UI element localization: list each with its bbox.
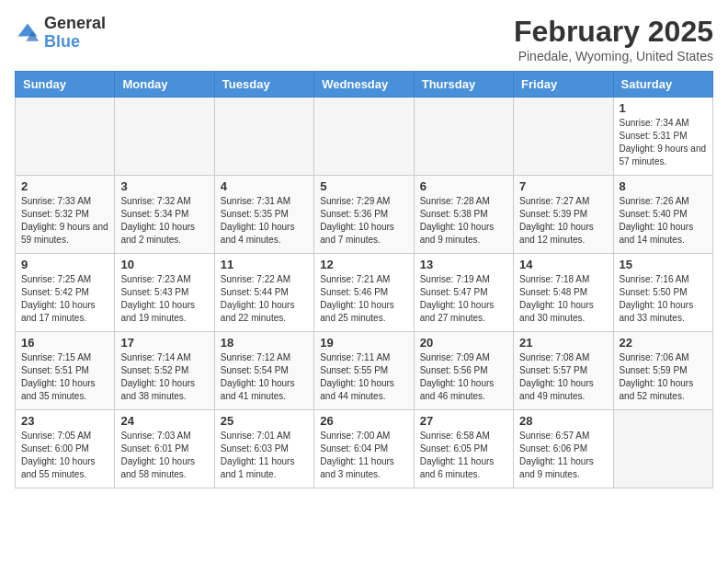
day-number: 24 [120,414,208,428]
day-info: Sunrise: 6:57 AM Sunset: 6:06 PM Dayligh… [519,430,607,481]
week-row-1: 1Sunrise: 7:34 AM Sunset: 5:31 PM Daylig… [16,98,713,176]
day-header-wednesday: Wednesday [314,72,414,98]
calendar-cell: 3Sunrise: 7:32 AM Sunset: 5:34 PM Daylig… [115,176,214,254]
day-number: 8 [620,179,707,193]
calendar-cell: 12Sunrise: 7:21 AM Sunset: 5:46 PM Dayli… [314,254,414,332]
day-info: Sunrise: 7:15 AM Sunset: 5:51 PM Dayligh… [21,351,108,403]
day-info: Sunrise: 7:21 AM Sunset: 5:46 PM Dayligh… [320,273,407,325]
week-row-5: 23Sunrise: 7:05 AM Sunset: 6:00 PM Dayli… [16,410,713,488]
calendar-cell: 22Sunrise: 7:06 AM Sunset: 5:59 PM Dayli… [613,332,712,410]
day-info: Sunrise: 7:03 AM Sunset: 6:01 PM Dayligh… [120,430,208,481]
day-info: Sunrise: 7:16 AM Sunset: 5:50 PM Dayligh… [620,273,707,325]
day-info: Sunrise: 7:25 AM Sunset: 5:42 PM Dayligh… [21,273,108,325]
day-info: Sunrise: 6:58 AM Sunset: 6:05 PM Dayligh… [420,430,507,481]
week-row-4: 16Sunrise: 7:15 AM Sunset: 5:51 PM Dayli… [16,332,713,410]
day-number: 22 [620,336,707,350]
day-header-thursday: Thursday [414,72,513,98]
calendar-cell: 26Sunrise: 7:00 AM Sunset: 6:04 PM Dayli… [314,410,414,488]
day-info: Sunrise: 7:27 AM Sunset: 5:39 PM Dayligh… [519,195,607,247]
day-info: Sunrise: 7:06 AM Sunset: 5:59 PM Dayligh… [620,351,707,403]
day-header-friday: Friday [514,72,613,98]
day-number: 6 [420,179,507,193]
calendar-cell: 27Sunrise: 6:58 AM Sunset: 6:05 PM Dayli… [414,410,513,488]
day-number: 27 [420,414,507,428]
day-info: Sunrise: 7:29 AM Sunset: 5:36 PM Dayligh… [320,195,407,247]
day-number: 2 [21,179,108,193]
calendar-cell: 4Sunrise: 7:31 AM Sunset: 5:35 PM Daylig… [214,176,313,254]
calendar-cell: 1Sunrise: 7:34 AM Sunset: 5:31 PM Daylig… [613,98,712,176]
day-number: 5 [320,179,407,193]
day-header-tuesday: Tuesday [214,72,313,98]
day-number: 16 [21,336,108,350]
day-number: 19 [320,336,407,350]
day-number: 18 [221,336,308,350]
day-number: 28 [519,414,607,428]
day-info: Sunrise: 7:19 AM Sunset: 5:47 PM Dayligh… [420,273,507,325]
day-number: 10 [120,258,208,271]
day-number: 23 [21,414,108,428]
day-info: Sunrise: 7:11 AM Sunset: 5:55 PM Dayligh… [320,351,407,403]
day-number: 20 [420,336,507,350]
calendar-cell: 11Sunrise: 7:22 AM Sunset: 5:44 PM Dayli… [214,254,313,332]
calendar-cell: 18Sunrise: 7:12 AM Sunset: 5:54 PM Dayli… [214,332,313,410]
day-info: Sunrise: 7:14 AM Sunset: 5:52 PM Dayligh… [120,351,208,403]
calendar-cell: 2Sunrise: 7:33 AM Sunset: 5:32 PM Daylig… [16,176,115,254]
calendar-cell: 15Sunrise: 7:16 AM Sunset: 5:50 PM Dayli… [613,254,712,332]
logo-icon [15,20,40,46]
logo-text: General Blue [44,15,106,52]
calendar-cell: 6Sunrise: 7:28 AM Sunset: 5:38 PM Daylig… [414,176,513,254]
calendar-cell: 16Sunrise: 7:15 AM Sunset: 5:51 PM Dayli… [16,332,115,410]
day-number: 21 [519,336,607,350]
day-info: Sunrise: 7:28 AM Sunset: 5:38 PM Dayligh… [420,195,507,247]
logo: General Blue [15,15,106,52]
day-info: Sunrise: 7:31 AM Sunset: 5:35 PM Dayligh… [221,195,308,247]
page-header: General Blue February 2025 Pinedale, Wyo… [15,15,713,63]
week-row-2: 2Sunrise: 7:33 AM Sunset: 5:32 PM Daylig… [16,176,713,254]
day-info: Sunrise: 7:18 AM Sunset: 5:48 PM Dayligh… [519,273,607,325]
day-number: 4 [221,179,308,193]
calendar-cell: 21Sunrise: 7:08 AM Sunset: 5:57 PM Dayli… [514,332,613,410]
day-header-saturday: Saturday [613,72,712,98]
location: Pinedale, Wyoming, United States [514,49,713,63]
calendar-cell: 23Sunrise: 7:05 AM Sunset: 6:00 PM Dayli… [16,410,115,488]
calendar-cell [613,410,712,488]
day-info: Sunrise: 7:12 AM Sunset: 5:54 PM Dayligh… [221,351,308,403]
day-info: Sunrise: 7:05 AM Sunset: 6:00 PM Dayligh… [21,430,108,481]
calendar-cell [115,98,214,176]
day-number: 12 [320,258,407,271]
day-info: Sunrise: 7:34 AM Sunset: 5:31 PM Dayligh… [620,117,707,168]
day-number: 11 [221,258,308,271]
day-info: Sunrise: 7:00 AM Sunset: 6:04 PM Dayligh… [320,430,407,481]
day-info: Sunrise: 7:23 AM Sunset: 5:43 PM Dayligh… [120,273,208,325]
calendar-cell [514,98,613,176]
day-number: 9 [21,258,108,271]
calendar-cell: 24Sunrise: 7:03 AM Sunset: 6:01 PM Dayli… [115,410,214,488]
day-info: Sunrise: 7:22 AM Sunset: 5:44 PM Dayligh… [221,273,308,325]
title-block: February 2025 Pinedale, Wyoming, United … [514,15,713,63]
day-number: 15 [620,258,707,271]
calendar-cell: 28Sunrise: 6:57 AM Sunset: 6:06 PM Dayli… [514,410,613,488]
day-info: Sunrise: 7:32 AM Sunset: 5:34 PM Dayligh… [120,195,208,247]
calendar-cell: 10Sunrise: 7:23 AM Sunset: 5:43 PM Dayli… [115,254,214,332]
calendar-cell: 8Sunrise: 7:26 AM Sunset: 5:40 PM Daylig… [613,176,712,254]
calendar-cell [314,98,414,176]
day-info: Sunrise: 7:26 AM Sunset: 5:40 PM Dayligh… [620,195,707,247]
calendar-table: SundayMondayTuesdayWednesdayThursdayFrid… [15,71,713,488]
calendar-cell [214,98,313,176]
calendar-cell [16,98,115,176]
calendar-cell [414,98,513,176]
calendar-cell: 7Sunrise: 7:27 AM Sunset: 5:39 PM Daylig… [514,176,613,254]
day-number: 25 [221,414,308,428]
calendar-cell: 25Sunrise: 7:01 AM Sunset: 6:03 PM Dayli… [214,410,313,488]
day-info: Sunrise: 7:08 AM Sunset: 5:57 PM Dayligh… [519,351,607,403]
calendar-cell: 9Sunrise: 7:25 AM Sunset: 5:42 PM Daylig… [16,254,115,332]
calendar-cell: 13Sunrise: 7:19 AM Sunset: 5:47 PM Dayli… [414,254,513,332]
calendar-cell: 5Sunrise: 7:29 AM Sunset: 5:36 PM Daylig… [314,176,414,254]
day-number: 1 [620,101,707,115]
month-title: February 2025 [514,15,713,49]
calendar-header-row: SundayMondayTuesdayWednesdayThursdayFrid… [16,72,713,98]
day-number: 17 [120,336,208,350]
day-number: 13 [420,258,507,271]
week-row-3: 9Sunrise: 7:25 AM Sunset: 5:42 PM Daylig… [16,254,713,332]
day-info: Sunrise: 7:01 AM Sunset: 6:03 PM Dayligh… [221,430,308,481]
